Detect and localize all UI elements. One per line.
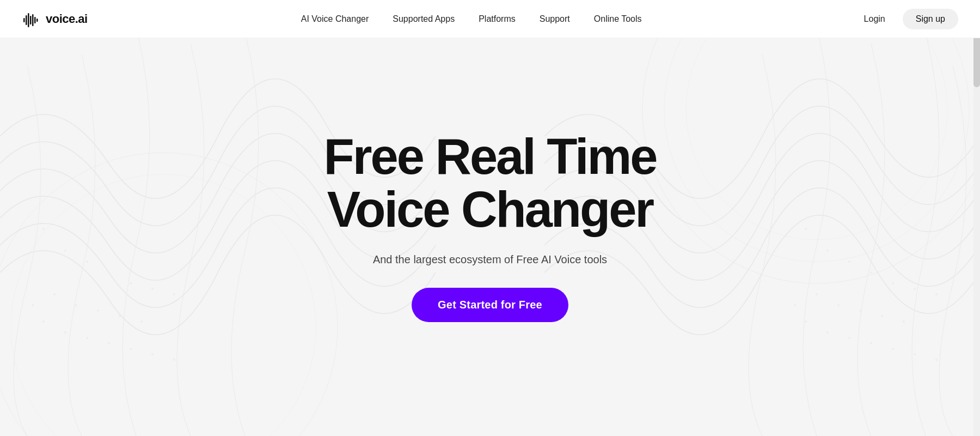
svg-point-11 (108, 271, 110, 274)
svg-point-31 (870, 271, 872, 274)
nav-online-tools[interactable]: Online Tools (594, 14, 642, 24)
nav-support[interactable]: Support (540, 14, 570, 24)
svg-point-42 (826, 331, 829, 334)
svg-point-13 (151, 288, 154, 290)
svg-point-14 (173, 293, 175, 295)
svg-point-34 (935, 293, 938, 295)
svg-point-12 (130, 282, 132, 284)
svg-point-23 (86, 337, 88, 339)
svg-point-45 (892, 348, 894, 350)
hero-content: Free Real Time Voice Changer And the lar… (324, 130, 657, 322)
signup-button[interactable]: Sign up (903, 9, 958, 29)
svg-point-24 (108, 342, 110, 344)
svg-point-44 (870, 342, 872, 344)
svg-point-8 (42, 228, 45, 230)
navbar: voice.ai AI Voice Changer Supported Apps… (0, 0, 980, 38)
svg-point-21 (42, 320, 45, 323)
logo-area[interactable]: voice.ai (22, 9, 88, 29)
svg-point-20 (32, 304, 34, 306)
svg-point-10 (86, 261, 88, 263)
svg-point-26 (151, 353, 154, 355)
svg-point-27 (173, 359, 175, 361)
svg-point-18 (119, 315, 121, 317)
svg-point-36 (837, 304, 840, 306)
hero-title: Free Real Time Voice Changer (324, 130, 657, 235)
svg-rect-2 (28, 13, 29, 27)
svg-point-46 (914, 353, 916, 355)
nav-links: AI Voice Changer Supported Apps Platform… (301, 14, 642, 24)
scrollbar[interactable] (973, 0, 980, 436)
svg-point-37 (859, 310, 861, 312)
login-button[interactable]: Login (855, 10, 894, 28)
cta-button[interactable]: Get Started for Free (412, 288, 568, 322)
svg-point-43 (848, 337, 850, 339)
svg-point-29 (826, 250, 829, 252)
svg-point-35 (816, 293, 818, 295)
voice-waveform-icon (22, 9, 41, 29)
hero-subtitle: And the largest ecosystem of Free AI Voi… (373, 253, 607, 266)
svg-point-22 (64, 331, 66, 334)
svg-point-39 (903, 320, 905, 323)
hero-section: Free Real Time Voice Changer And the lar… (0, 0, 980, 436)
svg-point-30 (848, 261, 850, 263)
svg-point-32 (892, 282, 894, 284)
svg-point-41 (805, 320, 807, 323)
svg-point-15 (53, 293, 56, 295)
nav-auth: Login Sign up (855, 9, 958, 29)
logo-text: voice.ai (46, 12, 88, 26)
nav-platforms[interactable]: Platforms (479, 14, 516, 24)
svg-point-33 (914, 288, 916, 290)
svg-rect-6 (36, 19, 38, 22)
svg-point-25 (130, 348, 132, 350)
svg-point-17 (97, 310, 99, 312)
nav-supported-apps[interactable]: Supported Apps (393, 14, 455, 24)
svg-point-9 (64, 250, 66, 252)
svg-rect-3 (30, 16, 32, 25)
svg-point-19 (140, 320, 143, 323)
svg-rect-1 (26, 15, 27, 25)
svg-point-38 (881, 315, 883, 317)
svg-point-40 (794, 304, 796, 306)
svg-rect-5 (34, 17, 36, 23)
nav-ai-voice-changer[interactable]: AI Voice Changer (301, 14, 369, 24)
svg-point-47 (935, 359, 938, 361)
svg-rect-0 (23, 18, 25, 22)
svg-point-28 (805, 228, 807, 230)
svg-point-16 (75, 304, 77, 306)
svg-rect-4 (32, 14, 34, 26)
